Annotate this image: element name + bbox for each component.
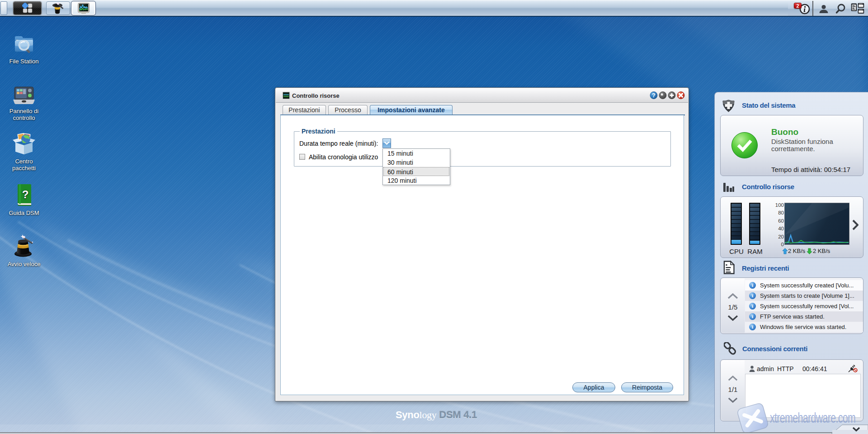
svg-text:xtremehardware.com: xtremehardware.com <box>770 410 855 426</box>
svg-text:?: ? <box>22 188 29 200</box>
svg-text:?: ? <box>652 92 656 99</box>
